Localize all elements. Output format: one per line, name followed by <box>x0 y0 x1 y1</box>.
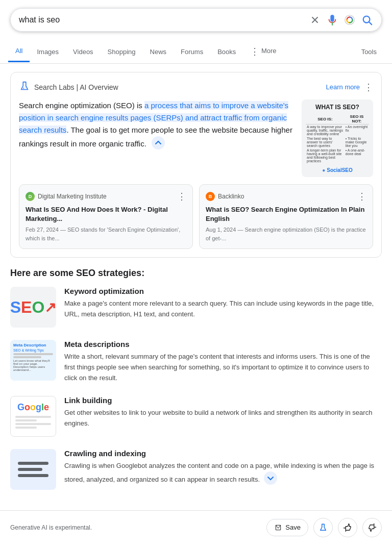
search-bar-container <box>0 0 392 40</box>
tab-books[interactable]: Books <box>210 42 243 62</box>
collapse-button[interactable] <box>152 136 165 150</box>
main-content: Search Labs | AI Overview Learn more ⋮ S… <box>0 64 392 510</box>
strategy-item-crawl: Crawling and indexing Crawling is when G… <box>10 449 382 490</box>
source-card-backlinko-menu[interactable]: ⋮ <box>357 191 366 202</box>
strategy-crawl-image <box>10 449 56 490</box>
ai-content-row: Search engine optimization (SEO) is a pr… <box>19 99 373 177</box>
strategy-crawl-content: Crawling and indexing Crawling is when G… <box>64 449 382 485</box>
bottom-bar: Generative AI is experimental. Save <box>0 510 392 544</box>
learn-more-link[interactable]: Learn more <box>326 83 360 91</box>
google-search-icon[interactable] <box>361 14 373 26</box>
strategy-meta-desc: Write a short, relevant summary of the p… <box>64 352 382 383</box>
social-seo-logo: ● SocialSEO <box>322 167 353 173</box>
source-card-dmi-menu[interactable]: ⋮ <box>177 191 186 202</box>
strategy-keyword-content: Keyword optimization Make a page's conte… <box>64 287 382 320</box>
ai-image-title: WHAT IS SEO? <box>315 104 359 111</box>
save-button[interactable]: Save <box>266 519 308 536</box>
tab-shopping[interactable]: Shopping <box>101 42 143 62</box>
tab-more[interactable]: ⋮ More <box>243 40 283 63</box>
bottom-actions: Save <box>266 518 382 537</box>
source-card-dmi-meta: Feb 27, 2024 — SEO stands for 'Search En… <box>26 226 186 242</box>
google-lens-icon[interactable] <box>344 14 356 26</box>
strategy-item-link: Google Link building Get other websites … <box>10 396 382 437</box>
dmi-brand-icon: D <box>26 192 35 201</box>
tools-button[interactable]: Tools <box>354 42 384 62</box>
strategy-item-keyword: SEO↗ Keyword optimization Make a page's … <box>10 287 382 328</box>
ai-overview-actions: Learn more ⋮ <box>326 82 373 93</box>
source-card-backlinko[interactable]: B Backlinko ⋮ What is SEO? Search Engine… <box>199 184 373 249</box>
strategy-crawl-name: Crawling and indexing <box>64 449 382 458</box>
ai-image-box: WHAT IS SEO? SEO IS: SEO IS NOT: A way t… <box>302 99 373 177</box>
ai-overview-title: Search Labs | AI Overview <box>19 81 118 93</box>
thumbs-up-button[interactable] <box>338 518 357 537</box>
tab-all[interactable]: All <box>8 41 30 62</box>
ai-body-text: Search engine optimization (SEO) is a pr… <box>19 99 293 177</box>
strategy-meta-name: Meta descriptions <box>64 340 382 348</box>
svg-line-3 <box>369 22 372 24</box>
seo-table: SEO IS: SEO IS NOT: A way to improve you… <box>306 114 369 163</box>
source-card-dmi-brand: D Digital Marketing Institute <box>26 192 107 201</box>
ai-overview-header: Search Labs | AI Overview Learn more ⋮ <box>19 81 373 93</box>
strategies-title: Here are some SEO strategies: <box>10 268 382 279</box>
strategies-section: Here are some SEO strategies: SEO↗ Keywo… <box>10 268 382 489</box>
strategy-keyword-image: SEO↗ <box>10 287 56 328</box>
source-card-dmi[interactable]: D Digital Marketing Institute ⋮ What Is … <box>19 184 193 249</box>
strategy-meta-image: Meta Description SEO & Writing Tips Let … <box>10 340 56 381</box>
seo-table-col1: SEO IS: <box>306 114 345 124</box>
strategy-keyword-name: Keyword optimization <box>64 287 382 295</box>
source-cards: D Digital Marketing Institute ⋮ What Is … <box>19 184 373 249</box>
strategy-keyword-desc: Make a page's content more relevant to a… <box>64 298 382 320</box>
seo-table-col2: SEO IS NOT: <box>345 114 369 124</box>
nav-tabs: All Images Videos Shopping News Forums B… <box>0 40 392 64</box>
more-dots-icon: ⋮ <box>250 46 259 57</box>
source-card-backlinko-header: B Backlinko ⋮ <box>206 191 366 202</box>
generative-note: Generative AI is experimental. <box>10 524 92 531</box>
seo-graphic: SEO↗ <box>10 298 56 317</box>
svg-point-5 <box>25 87 26 87</box>
crawl-graphic <box>10 449 56 490</box>
search-bar <box>10 8 382 32</box>
strategy-link-content: Link building Get other websites to link… <box>64 396 382 429</box>
strategy-item-meta: Meta Description SEO & Writing Tips Let … <box>10 340 382 383</box>
strategy-link-desc: Get other websites to link to your websi… <box>64 408 382 429</box>
google-graphic: Google <box>10 396 56 437</box>
flask-icon <box>19 81 30 93</box>
source-card-backlinko-title: What is SEO? Search Engine Optimization … <box>206 205 366 223</box>
thumbs-down-button[interactable] <box>362 518 382 537</box>
tab-forums[interactable]: Forums <box>174 42 210 62</box>
microphone-icon[interactable] <box>326 14 338 26</box>
search-icon-group <box>309 14 373 26</box>
strategy-link-image: Google <box>10 396 56 437</box>
expand-crawl-button[interactable] <box>264 471 277 485</box>
clear-icon[interactable] <box>309 14 321 26</box>
flask-feedback-button[interactable] <box>313 518 333 537</box>
strategy-crawl-desc: Crawling is when Googlebot analyzes the … <box>64 461 382 485</box>
source-card-backlinko-meta: Aug 1, 2024 — Search engine optimization… <box>206 226 366 242</box>
strategy-link-name: Link building <box>64 396 382 405</box>
source-card-dmi-title: What Is SEO And How Does It Work? - Digi… <box>26 205 186 223</box>
tab-news[interactable]: News <box>143 42 174 62</box>
search-input[interactable] <box>19 15 304 24</box>
tab-images[interactable]: Images <box>30 42 66 62</box>
ai-overview-panel: Search Labs | AI Overview Learn more ⋮ S… <box>10 72 382 258</box>
backlinko-brand-icon: B <box>206 192 215 201</box>
source-card-dmi-header: D Digital Marketing Institute ⋮ <box>26 191 186 202</box>
svg-point-4 <box>23 88 24 89</box>
tab-videos[interactable]: Videos <box>66 42 101 62</box>
meta-graphic: Meta Description SEO & Writing Tips Let … <box>10 340 56 381</box>
source-card-backlinko-brand: B Backlinko <box>206 192 244 201</box>
strategy-meta-content: Meta descriptions Write a short, relevan… <box>64 340 382 383</box>
overflow-menu-icon[interactable]: ⋮ <box>364 82 373 93</box>
